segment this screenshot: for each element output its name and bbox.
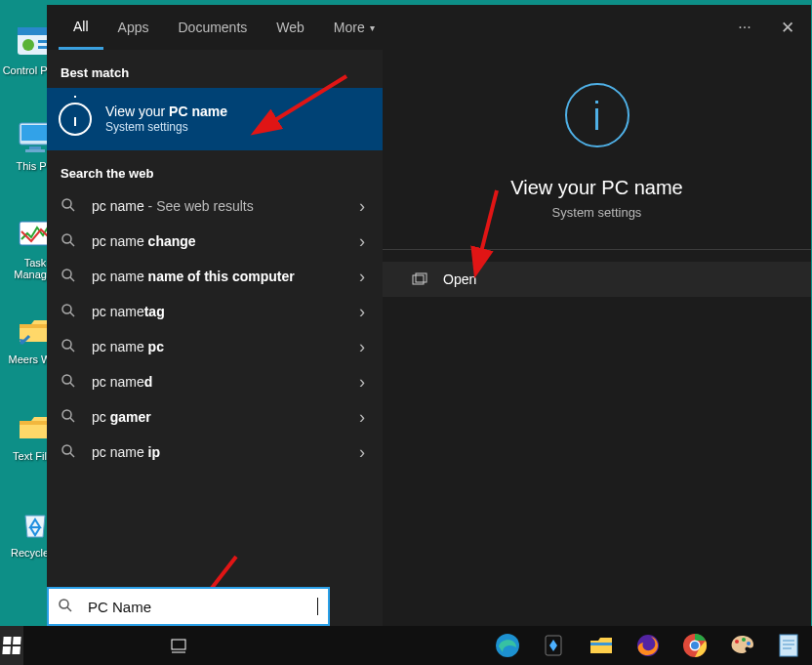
- search-icon: [61, 409, 76, 426]
- best-match-title-pre: View your: [105, 104, 169, 119]
- card-icon: [543, 634, 566, 657]
- search-icon: [61, 304, 76, 320]
- web-result-item[interactable]: pc name pc›: [47, 329, 383, 364]
- search-icon: [61, 339, 76, 355]
- search-icon: [61, 198, 76, 215]
- best-match-subtitle: System settings: [105, 120, 227, 136]
- open-icon: [412, 272, 427, 286]
- search-panel: All Apps Documents Web More ▾ ··· ✕ Best…: [47, 5, 811, 626]
- chevron-right-icon: ›: [359, 231, 365, 252]
- info-icon: [565, 83, 629, 147]
- tab-all[interactable]: All: [59, 5, 103, 50]
- search-box[interactable]: [47, 587, 330, 626]
- best-match-text: View your PC name System settings: [105, 103, 227, 136]
- svg-line-17: [70, 312, 74, 316]
- web-result-label: pc nametag: [92, 304, 165, 319]
- chevron-down-icon: ▾: [370, 22, 375, 33]
- svg-point-2: [22, 39, 34, 51]
- svg-rect-46: [780, 635, 797, 656]
- search-icon: [61, 269, 76, 285]
- search-icon: [61, 374, 76, 391]
- taskbar-app-solitaire[interactable]: [531, 626, 578, 665]
- search-icon: [61, 444, 76, 461]
- web-result-item[interactable]: pc name change›: [47, 224, 383, 259]
- svg-point-14: [62, 270, 71, 278]
- start-button[interactable]: [0, 626, 23, 665]
- web-result-item[interactable]: pc name ip›: [47, 435, 383, 470]
- best-match-title-bold: PC name: [169, 104, 227, 119]
- palette-icon: [729, 634, 754, 657]
- svg-point-24: [62, 445, 71, 454]
- svg-point-43: [735, 640, 739, 644]
- svg-point-44: [742, 638, 746, 642]
- taskbar-app-notepad[interactable]: [765, 626, 812, 665]
- chevron-right-icon: ›: [359, 442, 365, 463]
- taskbar-app-chrome[interactable]: [671, 626, 718, 665]
- svg-point-31: [60, 600, 68, 608]
- svg-line-13: [70, 242, 74, 246]
- web-result-label: pc name pc: [92, 339, 164, 354]
- web-result-label: pc name name of this computer: [92, 269, 295, 284]
- svg-rect-27: [416, 273, 426, 282]
- svg-line-32: [67, 607, 71, 611]
- taskbar-app-explorer[interactable]: [578, 626, 625, 665]
- svg-line-11: [70, 207, 74, 211]
- web-result-label: pc named: [92, 374, 152, 390]
- tab-more-label: More: [334, 20, 365, 35]
- svg-line-23: [70, 418, 74, 422]
- info-icon: [59, 103, 92, 136]
- svg-rect-7: [29, 146, 41, 149]
- taskbar-app-edge[interactable]: [484, 626, 531, 665]
- panel-tabs: All Apps Documents Web More ▾: [59, 5, 389, 50]
- web-result-label: pc gamer: [92, 409, 151, 425]
- best-match-item[interactable]: View your PC name System settings: [47, 88, 383, 150]
- tab-web[interactable]: Web: [262, 5, 319, 50]
- web-result-item[interactable]: pc name - See web results›: [47, 188, 383, 224]
- file-explorer-icon: [589, 635, 614, 656]
- web-result-item[interactable]: pc name name of this computer›: [47, 259, 383, 294]
- chevron-right-icon: ›: [359, 337, 365, 357]
- tab-documents[interactable]: Documents: [163, 5, 262, 50]
- more-options-button[interactable]: ···: [725, 8, 764, 47]
- section-best-match: Best match: [47, 50, 383, 88]
- svg-point-10: [62, 199, 71, 208]
- task-view-button[interactable]: [168, 626, 191, 665]
- svg-rect-38: [590, 643, 612, 645]
- web-result-item[interactable]: pc named›: [47, 364, 383, 399]
- chevron-right-icon: ›: [359, 372, 365, 393]
- divider: [383, 249, 811, 250]
- search-icon: [61, 233, 76, 250]
- tab-apps[interactable]: Apps: [103, 5, 164, 50]
- taskbar-app-paint[interactable]: [718, 626, 765, 665]
- chevron-right-icon: ›: [359, 267, 365, 287]
- web-result-item[interactable]: pc nametag›: [47, 294, 383, 329]
- chevron-right-icon: ›: [359, 196, 365, 217]
- preview-pane: View your PC name System settings Open: [383, 50, 811, 626]
- svg-rect-26: [413, 275, 424, 284]
- svg-rect-8: [25, 149, 45, 152]
- tab-more[interactable]: More ▾: [319, 5, 389, 50]
- firefox-icon: [635, 633, 661, 658]
- taskbar: [0, 626, 812, 665]
- chrome-icon: [682, 633, 708, 658]
- preview-open-button[interactable]: Open: [383, 262, 811, 297]
- svg-point-16: [62, 305, 71, 313]
- web-result-label: pc name ip: [92, 444, 160, 460]
- notepad-icon: [778, 633, 799, 658]
- svg-line-21: [70, 383, 74, 387]
- search-input[interactable]: [88, 599, 319, 615]
- svg-rect-6: [21, 125, 49, 141]
- chevron-right-icon: ›: [359, 407, 365, 428]
- svg-point-12: [62, 234, 71, 243]
- svg-line-15: [70, 277, 74, 281]
- task-view-icon: [171, 638, 188, 653]
- preview-title: View your PC name: [510, 177, 682, 199]
- web-result-label: pc name - See web results: [92, 198, 254, 214]
- search-icon: [59, 599, 74, 615]
- taskbar-app-firefox[interactable]: [625, 626, 671, 665]
- panel-header: All Apps Documents Web More ▾ ··· ✕: [47, 5, 811, 50]
- web-result-label: pc name change: [92, 233, 196, 249]
- web-result-item[interactable]: pc gamer›: [47, 399, 383, 435]
- svg-point-22: [62, 410, 71, 419]
- close-button[interactable]: ✕: [768, 8, 807, 47]
